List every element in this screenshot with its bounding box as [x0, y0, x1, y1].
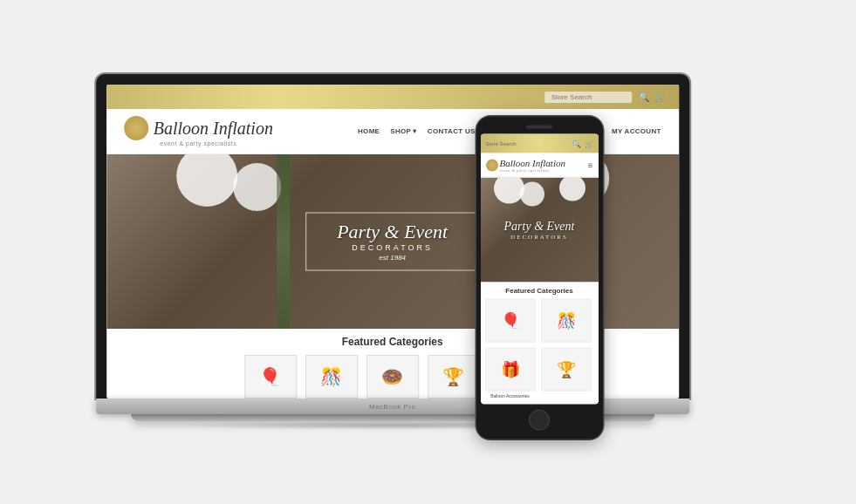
featured-suffix: Categories: [386, 336, 442, 348]
phone: Store Search 🔍 🛒 Balloon Inflation event…: [476, 117, 603, 439]
phone-top-bar: Store Search 🔍 🛒: [481, 134, 599, 153]
category-item[interactable]: 🎈: [244, 355, 297, 398]
hero-title-line3: est 1984: [324, 254, 462, 262]
search-input[interactable]: [544, 92, 632, 103]
phone-search-icon[interactable]: 🔍: [572, 140, 581, 147]
phone-hero: Party & Event DECORATORS: [481, 178, 599, 283]
phone-brand-name: Balloon Inflation: [500, 158, 565, 168]
phone-category-item[interactable]: 🎁 Balloon Accessories: [484, 348, 537, 398]
logo-tagline: event & party specialists: [160, 140, 236, 146]
phone-balloon-2: [520, 182, 544, 207]
phone-category-item[interactable]: 🎈: [484, 299, 537, 344]
site-logo: Balloon Inflation event & party speciali…: [124, 116, 273, 146]
cart-icon[interactable]: 🛒: [654, 92, 665, 102]
phone-cart-icon[interactable]: 🛒: [585, 140, 593, 147]
category-item[interactable]: 🎊: [305, 355, 358, 398]
phone-hero-line2: DECORATORS: [504, 234, 575, 241]
phone-categories: 🎈 🎊 🎁 Balloon Accessories 🏆: [481, 297, 599, 400]
phone-tagline: event & party specialists: [500, 168, 565, 173]
scene: 🔍 🛒 Balloon Inflation event & party spec…: [0, 0, 856, 504]
search-icon[interactable]: 🔍: [639, 92, 649, 102]
phone-cat-img: 🏆: [541, 348, 592, 392]
hero-overlay: Party & Event DECORATORS est 1984: [305, 213, 480, 271]
balloon-2: [233, 163, 281, 211]
phone-category-item[interactable]: 🏆: [540, 348, 592, 398]
featured-label: Featured: [342, 336, 387, 348]
phone-hero-line1: Party & Event: [504, 220, 575, 234]
phone-home-button[interactable]: [529, 410, 550, 431]
phone-cat-label-balloon-accessories: Balloon Accessories: [490, 393, 530, 398]
hero-title-line1: Party & Event: [324, 222, 462, 242]
phone-category-item[interactable]: 🎊: [540, 299, 592, 344]
phone-logo-text-block: Balloon Inflation event & party speciali…: [500, 158, 565, 173]
phone-menu-icon[interactable]: ≡: [588, 160, 593, 170]
phone-cat-img: 🎊: [541, 299, 592, 343]
top-bar-icons: 🔍 🛒: [639, 92, 665, 102]
nav-account[interactable]: MY ACCOUNT: [612, 127, 661, 135]
phone-featured-label: Featured: [505, 287, 535, 295]
phone-screen: Store Search 🔍 🛒 Balloon Inflation event…: [481, 134, 599, 405]
logo-circle: [124, 116, 148, 140]
phone-cat-img: 🎁: [485, 348, 536, 392]
phone-hero-text: Party & Event DECORATORS: [504, 220, 575, 241]
category-item[interactable]: 🏆: [428, 355, 480, 398]
logo-main-text: Balloon Inflation: [124, 116, 273, 140]
phone-logo-circle: [486, 159, 498, 171]
greenery-left: [277, 154, 290, 329]
phone-logo: Balloon Inflation event & party speciali…: [486, 158, 565, 173]
balloon-1: [176, 154, 237, 207]
phone-featured-suffix: Categories: [535, 287, 573, 295]
hero-title-line2: DECORATORS: [324, 243, 462, 252]
nav-contact[interactable]: CONTACT US: [428, 127, 476, 135]
phone-speaker: [526, 126, 552, 129]
phone-balloon-3: [559, 178, 586, 201]
phone-header: Balloon Inflation event & party speciali…: [481, 153, 599, 178]
phone-body: Store Search 🔍 🛒 Balloon Inflation event…: [476, 117, 603, 439]
nav-home[interactable]: HOME: [358, 127, 380, 135]
nav-shop[interactable]: SHOP ▾: [390, 127, 417, 135]
site-top-bar: 🔍 🛒: [106, 85, 679, 109]
category-item[interactable]: 🍩: [366, 355, 419, 398]
phone-featured-title: Featured Categories: [481, 283, 599, 297]
phone-search-label: Store Search: [486, 141, 569, 146]
logo-brand-name: Balloon Inflation: [154, 119, 273, 139]
phone-cat-img: 🎈: [485, 299, 536, 343]
